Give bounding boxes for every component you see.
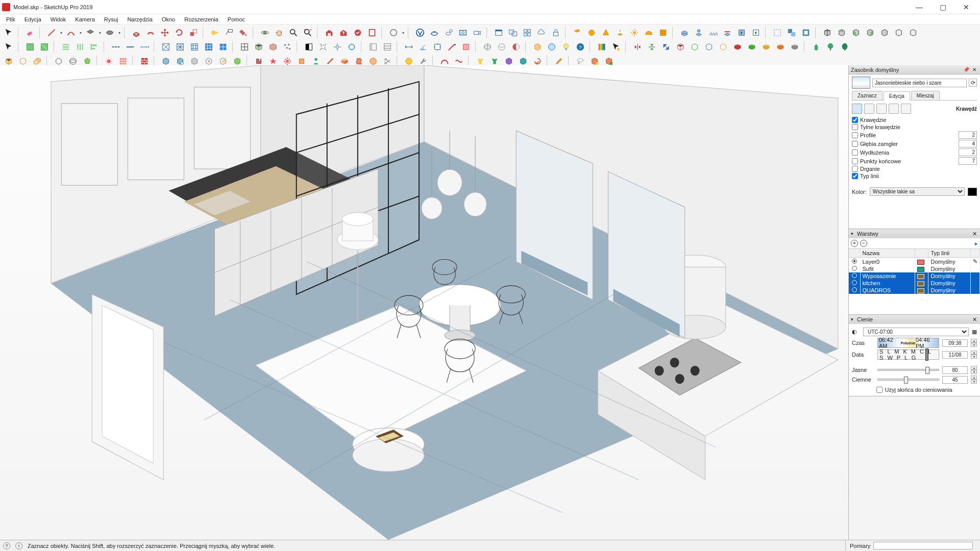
move-tool[interactable]	[158, 26, 172, 39]
right-icon[interactable]	[864, 26, 877, 39]
vray-teapot-icon[interactable]	[428, 26, 441, 39]
color-mode-select[interactable]: Wszystkie takie sa	[870, 187, 965, 196]
mirror-r-icon[interactable]	[631, 40, 644, 54]
timezone-select[interactable]: UTC-07:00	[863, 328, 969, 336]
pushpull-tool[interactable]	[130, 26, 143, 39]
align-left-icon[interactable]	[88, 40, 101, 54]
plugin-bulb-icon[interactable]	[559, 40, 573, 54]
grid4-icon[interactable]	[202, 40, 215, 54]
add-layer-button[interactable]: +	[851, 240, 858, 247]
modeling-settings-icon[interactable]	[901, 104, 911, 114]
circle-tool[interactable]	[103, 26, 116, 39]
shadow-toggle-icon[interactable]: ◐	[852, 329, 860, 335]
vray-geo2-icon[interactable]	[692, 26, 705, 39]
vray-fb-icon[interactable]	[492, 26, 505, 39]
rect-dropdown[interactable]: ▾	[98, 31, 102, 35]
panel1-icon[interactable]	[366, 40, 380, 54]
paint-tool[interactable]	[237, 26, 250, 39]
circle-dropdown[interactable]: ▾	[117, 31, 121, 35]
warehouse-share-icon[interactable]	[337, 26, 350, 39]
layer-name[interactable]: QUADROS	[860, 287, 915, 294]
face-o-icon[interactable]	[774, 40, 787, 54]
chk-jitter[interactable]	[852, 166, 858, 172]
warehouse-icon[interactable]	[323, 26, 336, 39]
vray-light-mesh-icon[interactable]	[656, 26, 670, 39]
tree3-icon[interactable]	[838, 40, 851, 54]
layer-color-swatch[interactable]	[917, 267, 924, 272]
measurements-input[interactable]	[873, 542, 973, 549]
layer-color-swatch[interactable]	[917, 281, 924, 286]
vray-fb2-icon[interactable]	[506, 26, 520, 39]
face-g-icon[interactable]	[745, 40, 758, 54]
offset-tool[interactable]	[144, 26, 157, 39]
vray-teapot-clock-icon[interactable]	[442, 26, 455, 39]
line-dropdown[interactable]: ▾	[59, 31, 63, 35]
time-value[interactable]: 09:38	[942, 339, 968, 347]
ext-tool-1[interactable]	[387, 26, 400, 39]
dot-icon[interactable]	[138, 40, 151, 54]
layer-vis-radio[interactable]	[852, 273, 857, 278]
draw-line-icon[interactable]	[445, 40, 458, 54]
cursor-ext-icon[interactable]	[609, 40, 623, 54]
light-spinner[interactable]: ▴▾	[971, 366, 977, 374]
chk-use-sun[interactable]	[876, 387, 883, 393]
pan-tool[interactable]	[273, 26, 286, 39]
chk-ext[interactable]	[852, 149, 858, 156]
style-refresh-icon[interactable]: ⟳	[969, 79, 977, 87]
globe2-icon[interactable]	[495, 40, 508, 54]
front-icon[interactable]	[849, 26, 863, 39]
explode-icon[interactable]	[316, 40, 330, 54]
time-slider[interactable]: 06:42 AM Południe 04:46 PM	[877, 338, 939, 348]
menu-camera[interactable]: Kamera	[71, 15, 99, 23]
layer-edit-icon[interactable]: ✎	[971, 258, 980, 266]
distribute-h-icon[interactable]	[59, 40, 72, 54]
tray-pin-icon[interactable]: 📌	[963, 66, 970, 73]
layers-panel-header[interactable]: ▾ Warstwy ✕	[849, 229, 980, 238]
sel-tool-1[interactable]	[771, 26, 784, 39]
globe1-icon[interactable]	[481, 40, 494, 54]
bw-icon[interactable]	[302, 40, 315, 54]
mirror-b-icon[interactable]	[659, 40, 673, 54]
tree1-icon[interactable]	[810, 40, 823, 54]
layer-name[interactable]: Wyposazenie	[860, 272, 915, 280]
vray-viewport-icon[interactable]	[456, 26, 470, 39]
minimize-button[interactable]: —	[908, 0, 931, 14]
vray-light-spot-icon[interactable]	[599, 26, 612, 39]
shadows-panel-header[interactable]: ▾ Cienie ✕	[849, 315, 980, 324]
vray-cloud-icon[interactable]	[535, 26, 548, 39]
close-button[interactable]: ✕	[954, 0, 978, 14]
bottom-icon[interactable]	[906, 26, 920, 39]
orbit-tool[interactable]	[258, 26, 272, 39]
vray-light-dome-icon[interactable]	[642, 26, 655, 39]
layer-dash[interactable]: Domyślny	[928, 265, 971, 272]
watermark-settings-icon[interactable]	[889, 104, 899, 114]
shadows-close-icon[interactable]: ✕	[971, 316, 978, 323]
vray-light-ies-icon[interactable]	[614, 26, 627, 39]
face-r-icon[interactable]	[731, 40, 744, 54]
styles-tab-select[interactable]: Zaznacz	[852, 91, 883, 100]
layer-name[interactable]: kitchen	[860, 280, 915, 287]
color-swatch[interactable]	[968, 188, 977, 196]
select-tool[interactable]	[2, 26, 15, 39]
dim-h-icon[interactable]	[402, 40, 415, 54]
layer-dash[interactable]: Domyślny	[928, 272, 971, 280]
style-name-field[interactable]: Jasnoniebieskie niebo i szare	[872, 79, 967, 87]
dark-spinner[interactable]: ▴▾	[971, 375, 977, 384]
style-thumbnail[interactable]	[852, 77, 870, 89]
align-face-icon[interactable]	[23, 40, 37, 54]
date-spinner[interactable]: ▴▾	[971, 350, 977, 359]
vray-camera-icon[interactable]	[471, 26, 484, 39]
face-y-icon[interactable]	[760, 40, 773, 54]
chk-endpoints[interactable]	[852, 158, 858, 164]
vray-light-sphere-icon[interactable]	[585, 26, 598, 39]
layout-icon[interactable]	[365, 26, 379, 39]
col-dash[interactable]: Typ linii	[928, 249, 971, 258]
vray-lock-icon[interactable]	[549, 26, 562, 39]
menu-help[interactable]: Pomoc	[224, 15, 249, 23]
dim-box-icon[interactable]	[431, 40, 444, 54]
dark-value[interactable]: 45	[942, 376, 968, 384]
eraser-tool[interactable]	[23, 26, 37, 39]
distribute-v-icon[interactable]	[74, 40, 87, 54]
tree2-icon[interactable]	[824, 40, 837, 54]
layer-color-swatch[interactable]	[917, 288, 924, 293]
